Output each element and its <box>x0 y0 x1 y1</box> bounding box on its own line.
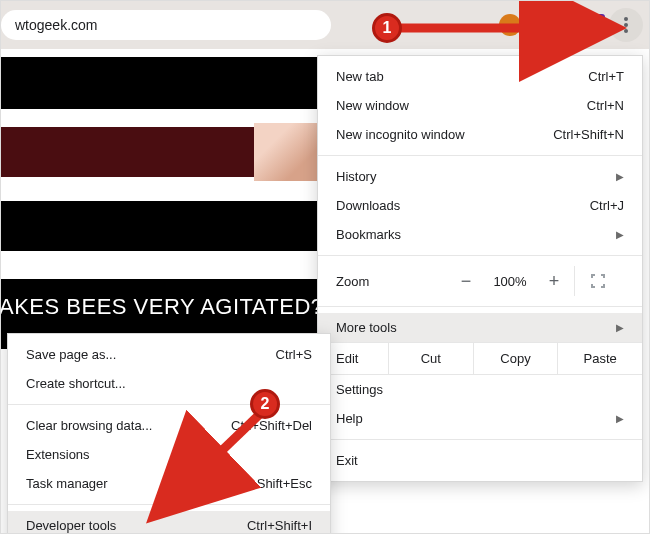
more-tools-submenu: Save page as... Ctrl+S Create shortcut..… <box>7 333 331 534</box>
more-vert-icon <box>624 17 628 33</box>
kebab-menu-button[interactable] <box>609 8 643 42</box>
menu-label: History <box>336 169 376 184</box>
menu-separator <box>318 306 642 307</box>
menu-label: Create shortcut... <box>26 376 126 391</box>
menu-separator <box>318 255 642 256</box>
menu-separator <box>8 404 330 405</box>
menu-label: Bookmarks <box>336 227 401 242</box>
url-text: wtogeek.com <box>15 17 97 33</box>
menu-shortcut: Ctrl+J <box>590 198 624 213</box>
menu-label: Developer tools <box>26 518 116 533</box>
menu-new-incognito[interactable]: New incognito window Ctrl+Shift+N <box>318 120 642 149</box>
submenu-extensions[interactable]: Extensions <box>8 440 330 469</box>
annotation-badge-2: 2 <box>250 389 280 419</box>
menu-shortcut: Ctrl+Shift+Del <box>231 418 312 433</box>
submenu-task-manager[interactable]: Task manager Shift+Esc <box>8 469 330 498</box>
menu-new-window[interactable]: New window Ctrl+N <box>318 91 642 120</box>
page-content: AKES BEES VERY AGITATED? <box>1 49 331 363</box>
extension-icons: 8 <box>499 14 605 36</box>
menu-settings[interactable]: Settings <box>318 375 642 404</box>
fullscreen-icon <box>591 274 605 288</box>
edit-paste-button[interactable]: Paste <box>557 343 642 374</box>
menu-label: Downloads <box>336 198 400 213</box>
menu-separator <box>318 439 642 440</box>
menu-zoom-row: Zoom − 100% + <box>318 262 642 300</box>
fullscreen-button[interactable] <box>574 266 620 296</box>
menu-shortcut: Ctrl+N <box>587 98 624 113</box>
page-stripe <box>1 57 331 109</box>
submenu-clear-browsing-data[interactable]: Clear browsing data... Ctrl+Shift+Del <box>8 411 330 440</box>
menu-history[interactable]: History ▶ <box>318 162 642 191</box>
menu-label: New window <box>336 98 409 113</box>
chrome-main-menu: New tab Ctrl+T New window Ctrl+N New inc… <box>317 55 643 482</box>
menu-separator <box>318 155 642 156</box>
svg-point-1 <box>624 23 628 27</box>
edit-cut-button[interactable]: Cut <box>388 343 473 374</box>
svg-point-0 <box>624 17 628 21</box>
menu-downloads[interactable]: Downloads Ctrl+J <box>318 191 642 220</box>
chevron-right-icon: ▶ <box>616 171 624 182</box>
zoom-out-button[interactable]: − <box>446 271 486 292</box>
zoom-value: 100% <box>486 274 534 289</box>
menu-shortcut: Ctrl+S <box>276 347 312 362</box>
menu-label: Extensions <box>26 447 90 462</box>
browser-toolbar: wtogeek.com 8 <box>1 1 649 49</box>
menu-label: Clear browsing data... <box>26 418 152 433</box>
menu-edit-row: Edit Cut Copy Paste <box>318 342 642 375</box>
menu-exit[interactable]: Exit <box>318 446 642 475</box>
chevron-right-icon: ▶ <box>616 413 624 424</box>
menu-label: Exit <box>336 453 358 468</box>
menu-label: Settings <box>336 382 383 397</box>
svg-point-2 <box>624 29 628 33</box>
submenu-save-page[interactable]: Save page as... Ctrl+S <box>8 340 330 369</box>
extension-badge-icon[interactable]: 8 <box>583 14 605 36</box>
page-headline: AKES BEES VERY AGITATED? <box>0 294 324 320</box>
menu-shortcut: Ctrl+Shift+I <box>247 518 312 533</box>
annotation-badge-1: 1 <box>372 13 402 43</box>
menu-label: New incognito window <box>336 127 465 142</box>
menu-more-tools[interactable]: More tools ▶ <box>318 313 642 342</box>
menu-label: More tools <box>336 320 397 335</box>
menu-shortcut: Ctrl+Shift+N <box>553 127 624 142</box>
menu-new-tab[interactable]: New tab Ctrl+T <box>318 62 642 91</box>
menu-label: Help <box>336 411 363 426</box>
menu-label: Zoom <box>336 274 446 289</box>
menu-shortcut: Shift+Esc <box>257 476 312 491</box>
extension-icon[interactable] <box>499 14 521 36</box>
submenu-developer-tools[interactable]: Developer tools Ctrl+Shift+I <box>8 511 330 534</box>
menu-shortcut: Ctrl+T <box>588 69 624 84</box>
edit-copy-button[interactable]: Copy <box>473 343 558 374</box>
chevron-right-icon: ▶ <box>616 229 624 240</box>
menu-separator <box>8 504 330 505</box>
menu-label: New tab <box>336 69 384 84</box>
page-stripe <box>1 201 331 251</box>
submenu-create-shortcut[interactable]: Create shortcut... <box>8 369 330 398</box>
extension-icon[interactable] <box>555 14 577 36</box>
omnibox[interactable]: wtogeek.com <box>1 10 331 40</box>
zoom-in-button[interactable]: + <box>534 271 574 292</box>
menu-label: Task manager <box>26 476 108 491</box>
menu-help[interactable]: Help ▶ <box>318 404 642 433</box>
menu-label: Save page as... <box>26 347 116 362</box>
chevron-right-icon: ▶ <box>616 322 624 333</box>
extension-icon[interactable] <box>527 14 549 36</box>
menu-bookmarks[interactable]: Bookmarks ▶ <box>318 220 642 249</box>
